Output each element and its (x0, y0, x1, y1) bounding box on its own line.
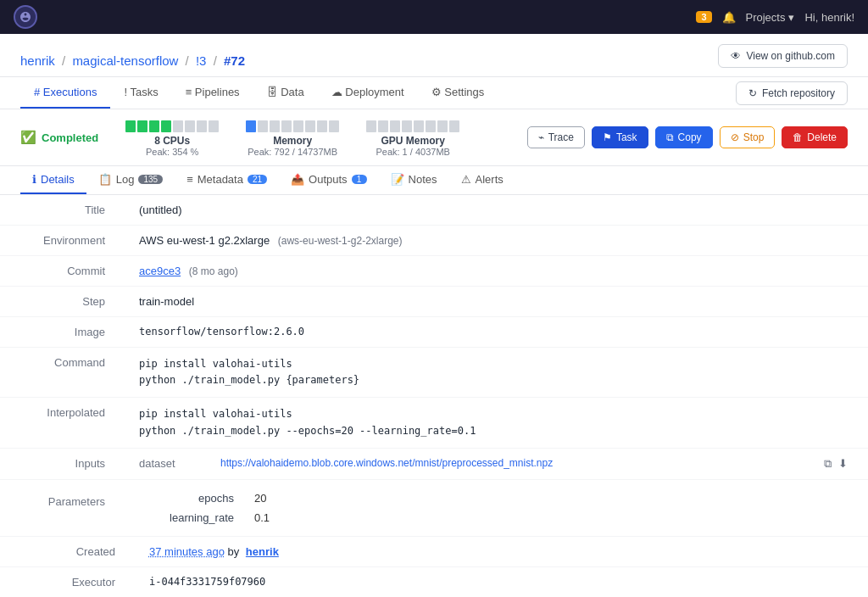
input-action-icons: ⧉ ⬇ (824, 457, 848, 471)
copy-url-icon[interactable]: ⧉ (824, 457, 832, 471)
command-value: pip install valohai-utils python ./train… (119, 348, 868, 398)
interpolated-value: pip install valohai-utils python ./train… (119, 398, 868, 448)
input-dataset-name: dataset (139, 457, 207, 470)
sub-header: henrik / magical-tensorflow / !3 / #72 👁… (0, 34, 868, 77)
action-bar: ✅ Completed 8 CPUs (0, 109, 868, 166)
commit-row: Commit ace9ce3 (8 mo ago) (0, 256, 868, 287)
image-label: Image (0, 317, 119, 348)
projects-dropdown[interactable]: Projects ▾ (746, 11, 795, 24)
page-content: henrik / magical-tensorflow / !3 / #72 👁… (0, 34, 868, 597)
log-icon: 📋 (98, 173, 112, 186)
memory-peak: Peak: 792 / 14737MB (246, 147, 339, 157)
tab-log[interactable]: 📋 Log 135 (86, 166, 175, 194)
memory-bar (246, 120, 339, 132)
details-table: Title (untitled) Environment AWS eu-west… (0, 195, 868, 480)
lr-value: 0.1 (254, 511, 270, 524)
tab-executions[interactable]: # Executions (20, 77, 110, 109)
tab-settings[interactable]: ⚙ Settings (418, 77, 498, 109)
breadcrumb: henrik / magical-tensorflow / !3 / #72 (20, 53, 245, 68)
inputs-row: Inputs dataset https://valohaidemo.blob.… (0, 448, 868, 479)
breadcrumb-run-id: #72 (224, 53, 245, 68)
created-value: 37 minutes ago by henrik (129, 537, 868, 567)
gpu-label: GPU Memory (366, 135, 459, 147)
command-label: Command (0, 348, 119, 398)
resources: 8 CPUs Peak: 354 % Memory (125, 118, 459, 157)
inputs-value: dataset https://valohaidemo.blob.core.wi… (119, 448, 868, 479)
github-icon: 👁 (731, 50, 741, 62)
trace-button[interactable]: ⌁ Trace (527, 126, 585, 148)
tab-alerts[interactable]: ⚠ Alerts (449, 166, 515, 194)
status-badge: ✅ Completed (20, 130, 98, 145)
github-button[interactable]: 👁 View on github.com (718, 44, 848, 68)
epochs-label: epochs (119, 492, 254, 505)
notes-icon: 📝 (391, 173, 404, 186)
parameters-section: Parameters epochs 20 learning_rate 0.1 (0, 480, 868, 537)
cpu-peak: Peak: 354 % (125, 147, 219, 157)
breadcrumb-user[interactable]: henrik (20, 53, 55, 68)
bell-icon[interactable]: 🔔 (722, 11, 736, 24)
created-label: Created (0, 537, 129, 567)
title-row: Title (untitled) (0, 195, 868, 226)
nav-right: 3 🔔 Projects ▾ Hi, henrik! (696, 11, 854, 24)
nav-left (14, 5, 37, 29)
param-lr-row: learning_rate 0.1 (119, 508, 868, 527)
input-dataset-url[interactable]: https://valohaidemo.blob.core.windows.ne… (220, 457, 810, 469)
log-badge: 135 (138, 175, 163, 184)
created-row: Created 37 minutes ago by henrik (0, 537, 868, 567)
alerts-icon: ⚠ (461, 173, 471, 186)
cpu-resource: 8 CPUs Peak: 354 % (125, 118, 219, 157)
copy-button[interactable]: ⧉ Copy (655, 126, 713, 148)
parameters-header-row: Parameters epochs 20 learning_rate 0.1 (0, 488, 868, 527)
info-icon: ℹ (32, 173, 36, 186)
title-label: Title (0, 195, 119, 226)
gpu-bar (366, 120, 459, 132)
meta-table: Created 37 minutes ago by henrik Executo… (0, 537, 868, 597)
notification-badge[interactable]: 3 (696, 11, 711, 23)
refresh-icon: ↻ (748, 87, 757, 99)
commit-value: ace9ce3 (8 mo ago) (119, 256, 868, 287)
command-row: Command pip install valohai-utils python… (0, 348, 868, 398)
executor-row: Executor i-044f3331759f07960 (0, 566, 868, 597)
tab-pipelines[interactable]: ≡ Pipelines (172, 77, 253, 109)
tab-deployment[interactable]: ☁ Deployment (318, 77, 418, 109)
tab-metadata[interactable]: ≡ Metadata 21 (175, 166, 279, 194)
tab-outputs[interactable]: 📤 Outputs 1 (279, 166, 379, 194)
interpolated-label: Interpolated (0, 398, 119, 448)
step-label: Step (0, 287, 119, 317)
download-icon[interactable]: ⬇ (838, 457, 848, 471)
metadata-badge: 21 (248, 175, 267, 184)
memory-resource: Memory Peak: 792 / 14737MB (246, 118, 339, 157)
action-buttons: ⌁ Trace ⚑ Task ⧉ Copy ⊘ Stop 🗑 Delete (527, 126, 848, 148)
trace-icon: ⌁ (538, 131, 544, 143)
tab-notes[interactable]: 📝 Notes (379, 166, 449, 194)
gpu-peak: Peak: 1 / 4037MB (366, 147, 459, 157)
breadcrumb-repo[interactable]: magical-tensorflow (72, 53, 178, 68)
executor-label: Executor (0, 566, 129, 597)
parameters-table: Parameters epochs 20 learning_rate 0.1 (0, 488, 868, 527)
environment-label: Environment (0, 226, 119, 256)
tab-details[interactable]: ℹ Details (20, 166, 86, 194)
task-button[interactable]: ⚑ Task (592, 126, 648, 148)
copy-icon: ⧉ (666, 131, 674, 143)
memory-label: Memory (246, 135, 339, 147)
fetch-repository-button[interactable]: ↻ Fetch repository (736, 81, 848, 105)
main-tabs: # Executions ! Tasks ≡ Pipelines 🗄 Data … (0, 77, 868, 109)
task-icon: ⚑ (603, 131, 612, 143)
cpu-label: 8 CPUs (125, 135, 219, 147)
breadcrumb-exclamation[interactable]: !3 (196, 53, 207, 68)
tab-tasks[interactable]: ! Tasks (110, 77, 171, 109)
trash-icon: 🗑 (793, 131, 803, 143)
chevron-down-icon: ▾ (788, 11, 794, 24)
image-value: tensorflow/tensorflow:2.6.0 (119, 317, 868, 348)
lr-label: learning_rate (119, 511, 254, 524)
check-icon: ✅ (20, 130, 36, 145)
inputs-label: Inputs (0, 448, 119, 479)
tab-data[interactable]: 🗄 Data (253, 77, 318, 109)
epochs-value: 20 (254, 492, 266, 505)
delete-button[interactable]: 🗑 Delete (782, 126, 848, 148)
executor-value: i-044f3331759f07960 (129, 566, 868, 597)
created-by-link[interactable]: henrik (246, 545, 279, 558)
stop-button[interactable]: ⊘ Stop (720, 126, 776, 148)
cpu-bar (125, 120, 219, 132)
outputs-icon: 📤 (291, 173, 304, 186)
